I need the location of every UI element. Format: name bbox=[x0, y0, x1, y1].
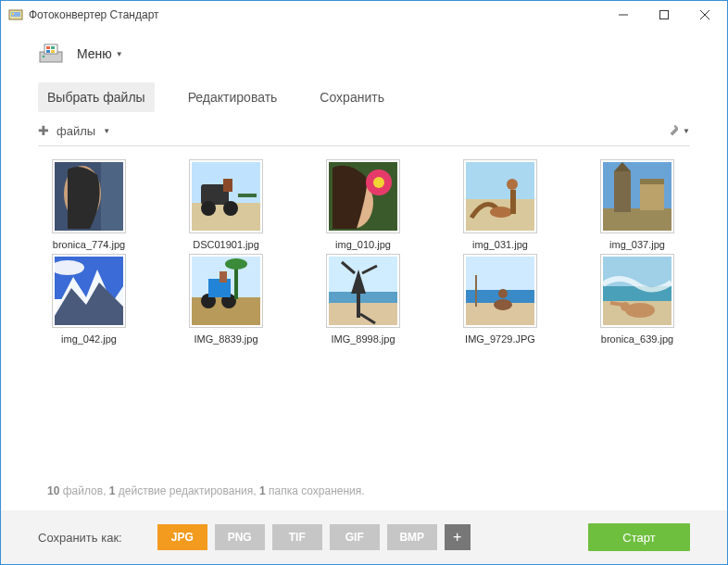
svg-point-30 bbox=[490, 207, 512, 218]
svg-rect-60 bbox=[475, 275, 477, 307]
svg-point-2 bbox=[12, 13, 14, 15]
wrench-icon bbox=[666, 124, 679, 137]
thumbnail[interactable]: bronica_774.jpg bbox=[38, 159, 140, 250]
thumbnail-filename: IMG_9729.JPG bbox=[449, 333, 551, 345]
thumbnail-image bbox=[52, 159, 126, 233]
thumbnail-filename: img_042.jpg bbox=[38, 333, 140, 345]
thumbnail-filename: DSC01901.jpg bbox=[175, 239, 277, 250]
thumbnail-filename: bronica_774.jpg bbox=[38, 239, 140, 250]
thumbnail[interactable]: img_010.jpg bbox=[312, 159, 414, 250]
svg-rect-38 bbox=[640, 179, 664, 184]
svg-rect-22 bbox=[223, 179, 232, 192]
thumbnail-image bbox=[326, 159, 400, 233]
tab-save[interactable]: Сохранить bbox=[310, 82, 394, 112]
svg-rect-48 bbox=[220, 271, 227, 282]
svg-rect-54 bbox=[357, 294, 360, 318]
format-gif[interactable]: GIF bbox=[330, 524, 380, 550]
format-bmp[interactable]: BMP bbox=[387, 524, 437, 550]
thumbnail[interactable]: bronica_639.jpg bbox=[586, 254, 688, 345]
menu-row: Меню ▼ bbox=[1, 36, 727, 71]
thumbnail-image bbox=[463, 159, 537, 233]
menu-button[interactable]: Меню ▼ bbox=[77, 46, 123, 61]
app-icon bbox=[8, 7, 23, 22]
thumbnail[interactable]: img_031.jpg bbox=[449, 159, 551, 250]
save-as-label: Сохранить как: bbox=[38, 531, 122, 545]
svg-rect-10 bbox=[51, 46, 55, 49]
svg-point-21 bbox=[223, 201, 238, 216]
thumbnail[interactable]: IMG_8839.jpg bbox=[175, 254, 277, 345]
thumbnail-filename: bronica_639.jpg bbox=[586, 333, 688, 345]
tab-select-files[interactable]: Выбрать файлы bbox=[38, 82, 155, 112]
svg-rect-23 bbox=[238, 194, 257, 197]
svg-point-59 bbox=[498, 289, 508, 298]
close-button[interactable] bbox=[684, 2, 725, 28]
format-tif[interactable]: TIF bbox=[272, 524, 322, 550]
add-files-label: файлы bbox=[56, 124, 95, 138]
thumbnail[interactable]: IMG_8998.jpg bbox=[312, 254, 414, 345]
thumbnail-image bbox=[189, 159, 263, 233]
window-title: Фотоконвертер Стандарт bbox=[29, 8, 603, 21]
thumbnail-filename: img_031.jpg bbox=[449, 239, 551, 250]
thumbnail-image bbox=[326, 254, 400, 328]
svg-point-64 bbox=[625, 303, 655, 318]
chevron-down-icon: ▼ bbox=[103, 127, 110, 135]
start-button[interactable]: Старт bbox=[588, 523, 690, 551]
bottom-bar: Сохранить как: JPGPNGTIFGIFBMP + Старт bbox=[1, 510, 727, 564]
tools-button[interactable]: ▼ bbox=[666, 124, 690, 137]
thumbnail-image bbox=[463, 254, 537, 328]
thumbnail[interactable]: img_037.jpg bbox=[586, 159, 688, 250]
svg-rect-34 bbox=[603, 208, 672, 231]
thumbnail[interactable]: IMG_9729.JPG bbox=[449, 254, 551, 345]
thumbnail-image bbox=[600, 254, 674, 328]
svg-point-20 bbox=[201, 201, 216, 216]
svg-rect-53 bbox=[329, 303, 397, 325]
svg-point-32 bbox=[507, 179, 518, 190]
status-line: 10 файлов, 1 действие редактирования, 1 … bbox=[1, 484, 727, 510]
format-jpg[interactable]: JPG bbox=[157, 524, 207, 550]
svg-point-27 bbox=[373, 177, 384, 188]
thumbnail-grid: bronica_774.jpgDSC01901.jpgimg_010.jpgim… bbox=[1, 146, 727, 484]
chevron-down-icon: ▼ bbox=[683, 127, 690, 135]
minimize-button[interactable] bbox=[603, 2, 644, 28]
add-files-button[interactable]: ✚ файлы ▼ bbox=[38, 123, 110, 138]
tabs: Выбрать файлы Редактировать Сохранить bbox=[1, 82, 727, 112]
add-format-button[interactable]: + bbox=[445, 524, 471, 550]
plus-icon: ✚ bbox=[38, 123, 49, 138]
thumbnail-filename: img_037.jpg bbox=[586, 239, 688, 250]
svg-rect-4 bbox=[660, 11, 669, 19]
thumbnail-filename: IMG_8998.jpg bbox=[312, 333, 414, 345]
thumbnail-image bbox=[189, 254, 263, 328]
thumbnail-filename: img_010.jpg bbox=[312, 239, 414, 250]
tab-edit[interactable]: Редактировать bbox=[179, 82, 287, 112]
maximize-button[interactable] bbox=[644, 2, 684, 28]
svg-point-58 bbox=[494, 299, 512, 310]
svg-point-13 bbox=[43, 56, 45, 58]
svg-rect-11 bbox=[46, 50, 50, 53]
svg-rect-28 bbox=[466, 162, 534, 199]
svg-rect-31 bbox=[510, 190, 516, 214]
thumbnail[interactable]: img_042.jpg bbox=[38, 254, 140, 345]
thumbnail[interactable]: DSC01901.jpg bbox=[175, 159, 277, 250]
sub-toolbar: ✚ файлы ▼ ▼ bbox=[1, 123, 727, 138]
svg-rect-37 bbox=[640, 182, 664, 210]
svg-rect-16 bbox=[101, 162, 123, 231]
thumbnail-image bbox=[52, 254, 126, 328]
svg-point-50 bbox=[225, 258, 247, 270]
format-png[interactable]: PNG bbox=[215, 524, 265, 550]
titlebar: Фотоконвертер Стандарт bbox=[1, 1, 727, 29]
svg-rect-12 bbox=[51, 50, 55, 53]
printer-icon bbox=[38, 44, 64, 64]
svg-rect-9 bbox=[46, 46, 50, 49]
thumbnail-image bbox=[600, 159, 674, 233]
thumbnail-filename: IMG_8839.jpg bbox=[175, 333, 277, 345]
chevron-down-icon: ▼ bbox=[116, 50, 123, 58]
menu-label: Меню bbox=[77, 46, 112, 61]
svg-rect-35 bbox=[614, 171, 631, 212]
